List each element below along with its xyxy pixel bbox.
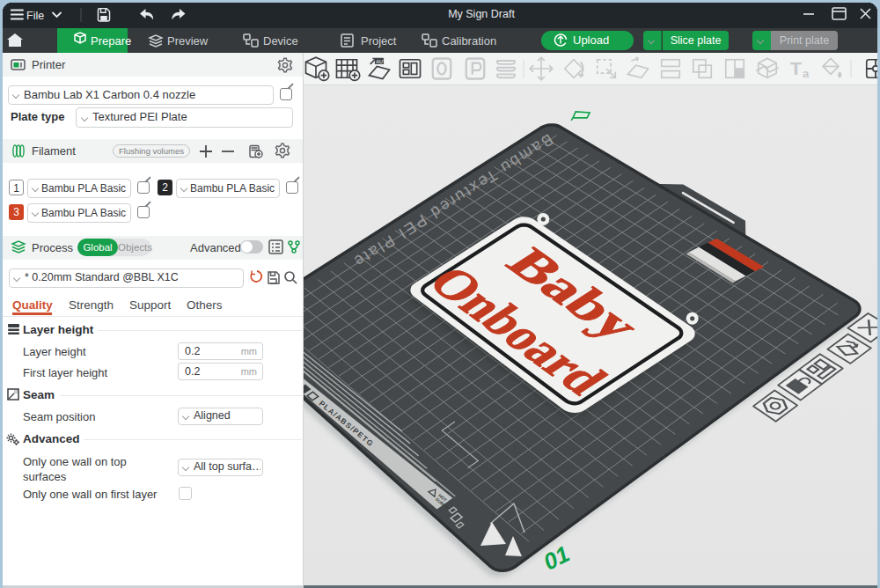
svg-text:Project: Project	[361, 34, 397, 48]
svg-text:Calibration: Calibration	[442, 34, 496, 48]
svg-text:Device: Device	[263, 34, 298, 48]
svg-text:AUTO: AUTO	[376, 59, 390, 64]
svg-text:Preview: Preview	[167, 34, 209, 48]
svg-text:T: T	[790, 58, 802, 78]
svg-text:Prepare: Prepare	[91, 34, 131, 48]
svg-text:a: a	[803, 67, 810, 80]
